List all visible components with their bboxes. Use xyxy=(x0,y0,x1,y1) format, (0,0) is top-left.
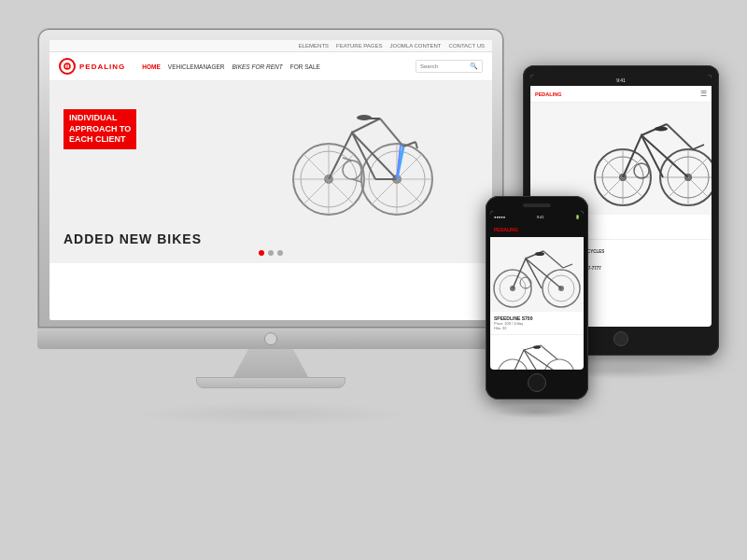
phone-product-1-hits: Hits: 32 xyxy=(494,326,580,330)
tablet-home-button[interactable] xyxy=(613,331,628,346)
monitor-logo xyxy=(264,332,277,345)
phone-screen: ●●●●● 9:41 🔋 PEDALING xyxy=(490,211,584,370)
phone-reflection xyxy=(495,405,579,418)
topbar-link-joomla[interactable]: JOOMLA CONTENT xyxy=(390,43,442,49)
phone-product-1: SPEEDLINE S700 Price: 100 / 1/day Hits: … xyxy=(490,312,584,334)
phone-product-2: AMR PLUS Price: xyxy=(490,334,584,370)
svg-line-21 xyxy=(416,142,417,148)
site-search[interactable]: 🔍 xyxy=(416,60,483,73)
monitor-frame: ELEMENTS FEATURE PAGES JOOMLA CONTENT CO… xyxy=(37,28,504,329)
site-topbar: ELEMENTS FEATURE PAGES JOOMLA CONTENT CO… xyxy=(49,40,492,52)
tablet-nav-logo: PEDALING xyxy=(535,91,561,97)
phone-time: 9:41 xyxy=(537,215,544,219)
tablet-topbar: 9:41 xyxy=(530,75,712,86)
svg-line-18 xyxy=(352,119,380,133)
monitor-base xyxy=(196,377,345,388)
phone-nav: PEDALING xyxy=(490,222,584,237)
svg-point-61 xyxy=(498,359,528,370)
hero-badge: INDIVIDUAL APPROACH TO EACH CLIENT xyxy=(63,109,136,149)
nav-link-home[interactable]: HOME xyxy=(142,63,161,70)
phone-battery: 🔋 xyxy=(575,215,580,219)
svg-point-23 xyxy=(357,115,372,120)
site-hero: INDIVIDUAL APPROACH TO EACH CLIENT xyxy=(49,81,492,263)
nav-link-sale[interactable]: FOR SALE xyxy=(290,63,320,70)
hero-dot-1[interactable] xyxy=(259,250,264,256)
nav-link-vehicle[interactable]: VEHICLEMANAGER xyxy=(168,63,225,70)
monitor: ELEMENTS FEATURE PAGES JOOMLA CONTENT CO… xyxy=(37,28,504,388)
topbar-links: ELEMENTS FEATURE PAGES JOOMLA CONTENT CO… xyxy=(299,43,485,49)
tablet-menu-icon[interactable]: ☰ xyxy=(700,90,707,98)
svg-line-19 xyxy=(380,119,403,147)
hero-badge-line1: INDIVIDUAL xyxy=(69,113,131,124)
phone-bike-image xyxy=(490,240,584,310)
phone-hero xyxy=(490,237,584,312)
hero-badge-line2: APPROACH TO xyxy=(69,124,131,135)
tablet-nav: PEDALING ☰ xyxy=(530,86,712,103)
svg-point-48 xyxy=(634,163,649,178)
topbar-link-feature[interactable]: FEATURE PAGES xyxy=(336,43,382,49)
scene: ELEMENTS FEATURE PAGES JOOMLA CONTENT CO… xyxy=(9,9,738,551)
monitor-bezel-bottom xyxy=(37,329,504,349)
phone-speaker xyxy=(523,203,551,207)
svg-line-45 xyxy=(667,124,693,149)
svg-point-47 xyxy=(655,127,668,132)
site-navbar: PEDALING HOME VEHICLEMANAGER BIKES FOR R… xyxy=(49,52,492,81)
phone-carrier: ●●●●● xyxy=(494,215,505,219)
phone-home-button[interactable] xyxy=(528,373,546,392)
tablet-bike-image xyxy=(590,107,712,210)
hero-dot-3[interactable] xyxy=(277,250,283,256)
monitor-screen: ELEMENTS FEATURE PAGES JOOMLA CONTENT CO… xyxy=(49,40,492,320)
svg-line-65 xyxy=(541,345,557,359)
site-nav-links: HOME VEHICLEMANAGER BIKES FOR RENT FOR S… xyxy=(142,63,406,70)
svg-point-66 xyxy=(533,345,541,349)
phone-topbar: ●●●●● 9:41 🔋 xyxy=(490,211,584,222)
nav-link-bikes[interactable]: BIKES FOR RENT xyxy=(233,63,283,70)
svg-line-58 xyxy=(563,264,572,268)
hero-bottom-text: ADDED NEW BIKES xyxy=(63,231,202,246)
site-logo: PEDALING xyxy=(59,58,125,75)
site-logo-text: PEDALING xyxy=(79,63,125,71)
hero-badge-line3: EACH CLIENT xyxy=(69,134,131,146)
topbar-link-contact[interactable]: CONTACT US xyxy=(449,43,485,49)
svg-line-57 xyxy=(543,251,563,268)
site-logo-circle xyxy=(59,58,76,75)
tablet-time: 9:41 xyxy=(616,77,626,83)
hero-dot-2[interactable] xyxy=(268,250,274,256)
hero-bike-image xyxy=(287,91,436,221)
search-icon[interactable]: 🔍 xyxy=(470,63,478,70)
phone-nav-logo: PEDALING xyxy=(494,227,518,232)
svg-line-16 xyxy=(352,133,397,179)
monitor-reflection xyxy=(131,402,411,426)
monitor-stand xyxy=(233,349,308,377)
search-input[interactable] xyxy=(420,63,467,69)
phone-frame: ●●●●● 9:41 🔋 PEDALING xyxy=(486,196,588,399)
topbar-link-elements[interactable]: ELEMENTS xyxy=(299,43,329,49)
hero-dots xyxy=(259,250,283,256)
phone: ●●●●● 9:41 🔋 PEDALING xyxy=(486,196,588,399)
svg-point-59 xyxy=(535,252,544,256)
svg-line-46 xyxy=(693,145,704,149)
svg-point-62 xyxy=(544,359,574,370)
